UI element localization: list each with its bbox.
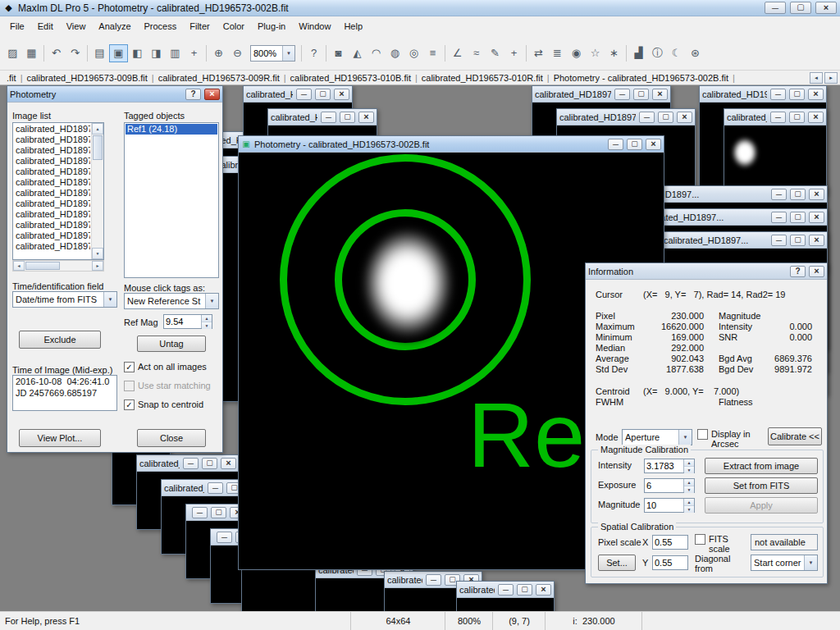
background-window-titlebar[interactable]: calibrated_HD1965... [700,86,826,103]
close-button[interactable] [536,584,551,596]
photometry-titlebar[interactable]: Photometry [7,86,222,103]
tagged-objects-list[interactable]: Ref1 (24.18) [124,122,219,278]
image-thumbnail[interactable] [724,126,826,194]
image-list-item[interactable]: calibrated_HD1897 [14,199,90,209]
image-list-item[interactable]: calibrated_HD1897 [14,145,90,156]
exposure-spinner[interactable] [644,478,695,493]
app-titlebar[interactable]: ◆ MaxIm DL Pro 5 - Photometry - calibrat… [0,0,840,16]
start-corner-combo[interactable]: Start corner [751,555,818,571]
spinner-arrows-icon[interactable] [683,459,694,472]
image-list-hscrollbar[interactable] [12,260,104,272]
maximize-button[interactable] [202,458,217,469]
minimize-button[interactable] [321,112,336,123]
scroll-up-icon[interactable] [92,123,103,135]
scrollbar-thumb[interactable] [25,262,60,270]
image-list-item[interactable]: calibrated_HD1897 [14,241,90,252]
minimize-button[interactable] [771,189,787,200]
close-button[interactable] [334,89,349,100]
quick-stretch-icon[interactable]: ▣ [109,44,128,62]
menu-filter[interactable]: Filter [183,18,216,34]
close-button[interactable] [809,266,824,277]
chevron-down-icon[interactable] [282,46,294,61]
menu-plug-in[interactable]: Plug-in [251,18,292,34]
ref-mag-spinner[interactable] [163,314,212,329]
checkbox-icon[interactable] [124,399,135,410]
tab-0[interactable]: .fit [2,73,21,83]
maximize-button[interactable] [627,139,642,150]
magnitude-spinner[interactable] [644,498,695,513]
filter-wheel-icon[interactable]: ◍ [386,44,404,62]
minimize-button[interactable] [192,507,208,518]
background-window-titlebar[interactable]: calibrated_HD1897... [637,209,827,226]
observatory-icon[interactable]: ◠ [367,44,386,62]
image-list-item[interactable]: calibrated_HD1897 [14,135,90,145]
background-window-titlebar[interactable]: calibrated_HD1897... [457,582,554,598]
scrollbar-track[interactable] [25,261,92,271]
close-button[interactable] [809,189,824,200]
chevron-down-icon[interactable] [804,555,817,570]
maximize-button[interactable] [633,89,649,100]
set-from-fits-button[interactable]: Set from FITS [705,477,818,494]
exposure-input[interactable] [645,479,683,492]
maximize-button[interactable] [789,89,805,100]
image-list-item[interactable]: calibrated_HD1897 [14,209,90,220]
background-window-titlebar[interactable]: calibrated_HD1897... [137,455,239,472]
context-help-icon[interactable]: ? [304,44,323,62]
minimize-button[interactable] [608,139,623,150]
image-list-item[interactable]: calibrated_HD1897 [14,220,90,231]
image-window-titlebar[interactable]: ▣ Photometry - calibrated_HD196573-002B.… [239,136,664,153]
pixel-scale-x-field[interactable] [652,535,688,550]
image-thumbnail[interactable] [457,598,554,611]
sequence-icon[interactable]: ≡ [423,44,442,62]
zoom-in-icon[interactable]: ⊕ [209,44,228,62]
pixel-scale-y-input[interactable] [653,556,687,569]
background-window[interactable]: calibrated_HD1897... [456,581,555,611]
spinner-arrows-icon[interactable] [201,315,212,328]
tagged-object-item[interactable]: Ref1 (24.18) [126,124,217,135]
view-plot-button[interactable]: View Plot... [19,429,101,447]
mode-combo[interactable]: Aperture [622,429,692,445]
minimize-button[interactable] [296,89,312,100]
minimize-button[interactable] [208,482,223,494]
menu-help[interactable]: Help [337,18,369,34]
act-on-all-images-checkbox[interactable]: Act on all images [124,362,207,372]
minimize-button[interactable] [426,574,441,586]
image-list-item[interactable]: calibrated_HD1897 [14,124,90,135]
maximize-button[interactable] [789,112,805,123]
checkbox-icon[interactable] [697,429,708,440]
minimize-button[interactable] [770,112,786,123]
information-titlebar[interactable]: Information [586,263,827,280]
set-button[interactable]: Set... [598,555,636,571]
restore-button[interactable] [790,2,811,14]
crosshair-icon[interactable]: + [504,44,523,62]
tab-scroll-right-icon[interactable] [824,72,838,84]
information-icon[interactable]: ⓘ [648,44,667,62]
checkbox-icon[interactable] [124,362,135,372]
untag-button[interactable]: Untag [137,336,206,352]
maximize-button[interactable] [517,584,532,596]
image-list-item[interactable]: calibrated_HD1897 [14,156,90,167]
line-profile-icon[interactable]: ≈ [467,44,486,62]
telescope-icon[interactable]: ◭ [348,44,367,62]
redo-icon[interactable]: ↷ [66,44,84,62]
tab-2[interactable]: calibrated_HD196573-009R.fit [154,73,284,83]
align-icon[interactable]: ⇄ [529,44,548,62]
exclude-button[interactable]: Exclude [19,331,101,349]
tab-1[interactable]: calibrated_HD196573-009B.fit [22,73,151,83]
fits-scale-checkbox[interactable]: FITS scale [695,534,746,554]
minimize-button[interactable] [183,458,199,469]
annotate-icon[interactable]: ✎ [486,44,504,62]
image-list[interactable]: calibrated_HD1897calibrated_HD1897calibr… [12,122,104,260]
flip-icon[interactable]: ◧ [128,44,147,62]
checkbox-icon[interactable] [124,381,135,391]
background-window-titlebar[interactable]: calibrated_HD1897... [268,109,377,126]
background-window-titlebar[interactable]: calibrated_HD1897... [661,232,827,249]
image-list-scrollbar[interactable] [91,123,103,259]
time-field-combo[interactable]: Date/time from FITS [12,291,117,308]
maximize-button[interactable] [340,112,355,123]
tab-5[interactable]: Photometry - calibrated_HD196573-002B.fi… [550,73,733,83]
close-button[interactable] [808,112,824,123]
zoom-level-input[interactable] [251,46,282,61]
minimize-button[interactable] [614,89,630,100]
image-list-item[interactable]: calibrated_HD1897 [14,167,90,177]
